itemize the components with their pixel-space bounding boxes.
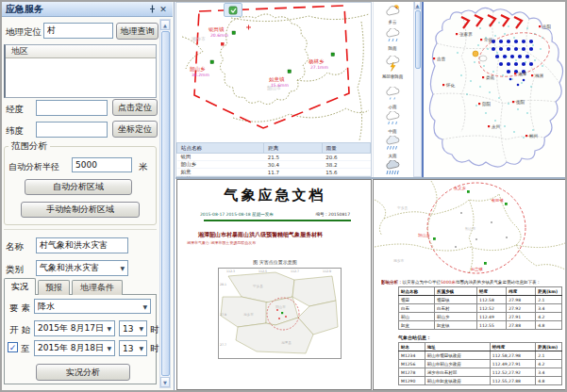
element-select[interactable]: 降水 ▼ (34, 299, 151, 314)
tab-live[interactable]: 实况 (4, 278, 36, 295)
station-icon (210, 60, 214, 64)
left-panel: 应急服务 ✕ 地理定位 地理查询 地区 经度 点击定位 纬度 坐标定位 范围分析… (0, 0, 175, 392)
city-label: 永州 (492, 124, 501, 129)
chevron-down-icon: ▼ (139, 325, 143, 332)
tab-geo-condition[interactable]: 地理条件 (72, 280, 123, 295)
legend-label: 中雨 (374, 129, 411, 134)
table-cell: 112.58 (477, 296, 507, 304)
station-icon (281, 312, 283, 314)
svg-text:112.3: 112.3 (226, 270, 235, 273)
document-title: 气象应急文档 (177, 187, 372, 204)
manual-draw-area-button[interactable]: 手动绘制分析区域 (21, 202, 140, 218)
geo-input[interactable] (43, 23, 113, 39)
chevron-down-icon: ▼ (107, 325, 111, 332)
table-cell: 距离(km) (536, 343, 562, 351)
table-cell: 站名 (399, 343, 425, 351)
table-row: M1278湘乡市白石村部112.52,27.923.4 (399, 368, 562, 377)
station-label: 韶山乡 (418, 233, 430, 237)
name-input[interactable] (36, 237, 128, 253)
table-cell: 韶山 (399, 313, 435, 321)
pin-icon[interactable] (146, 4, 158, 15)
start-hour-suffix: 时 (150, 324, 159, 336)
table-cell: 站点名称 (399, 287, 435, 296)
scroll-up-icon[interactable]: ▲ (160, 20, 170, 30)
panel-title: 应急服务 (6, 3, 146, 16)
left-panel-scrollbar[interactable]: ▲ ▼ (159, 19, 171, 388)
end-label: 至 (21, 343, 30, 355)
chevron-down-icon: ▼ (120, 265, 125, 271)
province-map[interactable]: 张家界 岳阳 常德 吉首 怀化 娄底 湘潭 株洲 邵阳 衡阳 永州 郴州 (424, 0, 567, 177)
start-hour-select[interactable]: 13 ▼ (119, 320, 147, 336)
light-rain-icon (385, 87, 401, 102)
click-locate-button[interactable]: 点击定位 (112, 99, 158, 116)
analysis-map-panel[interactable]: 湘乡市 韶山市 银田镇 20.6mm 韶山乡 38.2mm 如意镇 15.6mm… (175, 2, 372, 177)
impact-radius: 5000米 (441, 280, 456, 285)
svg-text:韶山市: 韶山市 (465, 226, 476, 231)
region-listbox[interactable]: 地区 (4, 44, 157, 98)
latitude-input[interactable] (36, 122, 108, 138)
map-tool-button[interactable] (224, 3, 242, 17)
category-label: 类别 (6, 264, 24, 276)
table-row: M1234韶山市银田镇政府112.58,27.982.1 (399, 351, 562, 360)
end-enabled-checkbox[interactable]: ✓ (8, 342, 18, 352)
province-map-panel[interactable]: 张家界 岳阳 常德 吉首 怀化 娄底 湘潭 株洲 邵阳 衡阳 永州 郴州 (422, 0, 567, 177)
start-date-value: 2015年 8月17日 (38, 322, 105, 335)
table-cell: M1234 (399, 351, 425, 360)
radius-unit: 米 (139, 161, 148, 173)
legend-label: 阵雨 (374, 46, 411, 51)
scroll-up-icon[interactable]: ▲ (414, 1, 421, 9)
document-page-2[interactable]: 永义乡 银田镇 韶山乡 如意镇 宁乡县 湘乡市 韶山市 影响分析：以灾害点为中心… (373, 179, 567, 390)
station-icon (288, 70, 292, 74)
scrollbar-thumb[interactable] (161, 31, 170, 376)
start-date-picker[interactable]: 2015年 8月17日 ▼ (34, 320, 115, 336)
latitude-label: 纬度 (6, 125, 24, 138)
tab-forecast[interactable]: 预报 (38, 280, 70, 295)
longitude-input[interactable] (36, 100, 108, 116)
legend-scrollbar[interactable]: ▲ (413, 0, 422, 177)
coord-locate-button[interactable]: 坐标定位 (112, 121, 158, 138)
table-cell: 27.98 (507, 296, 536, 304)
scrollbar-thumb[interactable] (415, 10, 421, 69)
end-hour-select[interactable]: 13 ▼ (119, 340, 147, 356)
partly-cloudy-icon (385, 4, 401, 17)
legend-item: 中雨 (374, 111, 411, 134)
chevron-down-icon: ▼ (142, 303, 147, 310)
svg-text:112.9: 112.9 (323, 270, 331, 273)
legend-item: 阵雨 (374, 28, 411, 51)
impact-zone-map: 永义乡 银田镇 韶山乡 如意镇 宁乡县 湘乡市 韶山市 (375, 181, 565, 278)
table-row: 白石白石村112.5227.923.4 (399, 304, 562, 313)
table-cell: M1290 (399, 377, 425, 385)
station-value: 27.1mm (310, 65, 328, 70)
layers-icon (228, 6, 238, 15)
station-markers: 银田镇 20.6mm 韶山乡 38.2mm 如意镇 15.6mm 杨林乡 27.… (190, 25, 335, 89)
table-cell: 韶山市如意镇政府 (425, 377, 490, 385)
auto-analyze-area-button[interactable]: 自动分析区域 (25, 179, 132, 195)
close-icon[interactable]: ✕ (158, 4, 169, 15)
table-row: 站名地址经纬度距离(km) (399, 343, 562, 351)
document-page-1[interactable]: 气象应急文档 2015-08-17 2015-08-18 星期一发布 编号：20… (176, 179, 372, 390)
scroll-down-icon[interactable]: ▼ (160, 377, 170, 387)
station-value: 15.6mm (271, 83, 289, 88)
svg-text:韶山市: 韶山市 (275, 304, 286, 309)
table-row: M1290韶山市如意镇政府112.55,27.884.8 (399, 377, 562, 385)
emergency-service-app: 应急服务 ✕ 地理定位 地理查询 地区 经度 点击定位 纬度 坐标定位 范围分析… (0, 0, 567, 392)
station-label: 如意镇 (471, 267, 483, 271)
table-cell: 2.1 (536, 351, 562, 360)
impact-tail: 范围内涉及的乡镇及气象监测站信息如下表： (456, 280, 541, 285)
run-live-analysis-button[interactable]: 实况分析 (36, 364, 130, 381)
geo-query-button[interactable]: 地理查询 (116, 23, 158, 40)
analysis-map[interactable]: 湘乡市 韶山市 银田镇 20.6mm 韶山乡 38.2mm 如意镇 15.6mm… (176, 3, 371, 141)
category-select[interactable]: 气象和洪水灾害 ▼ (36, 260, 128, 276)
panel-titlebar[interactable]: 应急服务 ✕ (2, 2, 173, 17)
geo-label: 地理定位 (6, 26, 42, 39)
table-cell: 白石 (399, 304, 435, 313)
legend-item: 多云 (374, 3, 411, 24)
table-cell: 30.4 (264, 161, 323, 169)
end-date-picker[interactable]: 2015年 8月18日 ▼ (34, 340, 115, 356)
table-cell: 银田 (399, 296, 435, 304)
radius-input[interactable] (72, 157, 132, 172)
city-label: 郴州 (528, 134, 539, 139)
shower-icon (385, 28, 401, 43)
element-label: 要 素 (9, 302, 30, 315)
table-cell: 韶山乡 (177, 161, 264, 169)
